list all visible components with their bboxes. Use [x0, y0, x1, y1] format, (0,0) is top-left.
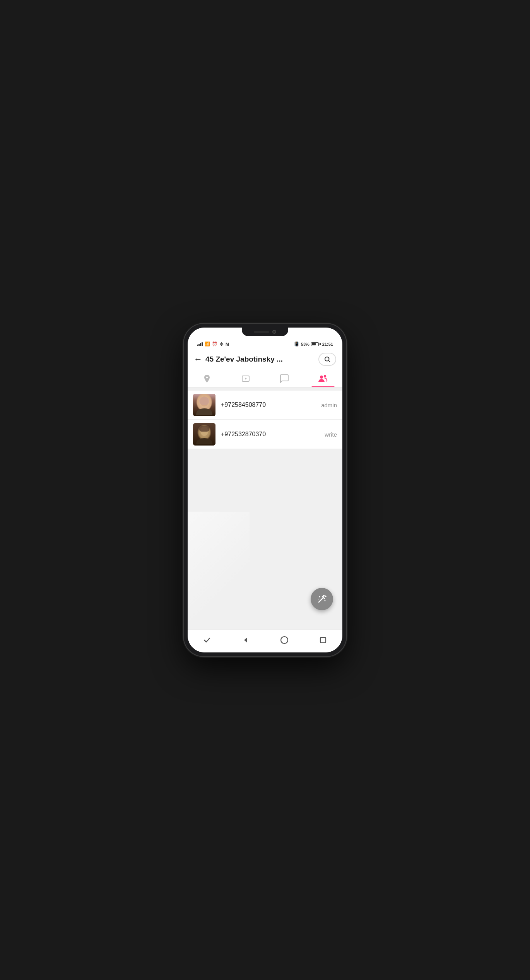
checkmark-icon: [203, 636, 211, 644]
tab-members[interactable]: [304, 370, 342, 387]
app-header: ← 45 Ze'ev Jabotinsky ...: [188, 348, 342, 370]
decorative-highlight: [188, 512, 250, 630]
svg-point-0: [325, 357, 329, 361]
mail-icon: M: [226, 342, 229, 347]
home-icon: [280, 635, 289, 645]
status-right: 📳 53% 21:51: [294, 341, 333, 347]
signal-icon: [197, 342, 203, 346]
back-icon: [242, 636, 250, 644]
phone-screen: 📶 ⏰ ⯑ M 📳 53% 21:51 ← 45 Ze'ev Jabotinsk…: [188, 328, 342, 652]
media-icon: [241, 374, 250, 383]
member-phone: +972532870370: [221, 431, 266, 438]
avatar: [193, 394, 215, 416]
nav-recents-button[interactable]: [317, 634, 329, 646]
table-row[interactable]: +972532870370 write: [188, 420, 342, 449]
members-icon: [318, 374, 328, 383]
svg-line-14: [325, 595, 325, 596]
avatar-graphic: [193, 423, 215, 446]
table-row[interactable]: +972584508770 admin: [188, 391, 342, 419]
avatar-graphic: [193, 394, 215, 416]
battery-icon: [311, 342, 321, 346]
speaker: [254, 331, 269, 333]
usb-icon: ⯑: [219, 342, 224, 347]
svg-line-1: [328, 360, 330, 362]
svg-point-5: [324, 375, 326, 377]
page-title: 45 Ze'ev Jabotinsky ...: [205, 355, 283, 364]
tab-bar: [188, 370, 342, 388]
wifi-icon: 📶: [205, 341, 210, 347]
tab-media[interactable]: [226, 370, 265, 387]
recents-icon: [319, 636, 327, 644]
tab-location[interactable]: [188, 370, 226, 387]
svg-point-7: [199, 397, 209, 405]
member-role: write: [325, 431, 337, 438]
notch-area: [188, 328, 342, 338]
nav-home-button[interactable]: [278, 634, 291, 646]
back-button[interactable]: ←: [194, 354, 202, 364]
status-bar: 📶 ⏰ ⯑ M 📳 53% 21:51: [188, 338, 342, 348]
battery-percent: 53%: [301, 342, 309, 347]
member-phone: +972584508770: [221, 401, 266, 408]
tab-chat[interactable]: [265, 370, 304, 387]
female-avatar: [193, 394, 215, 416]
header-left: ← 45 Ze'ev Jabotinsky ...: [194, 354, 283, 364]
phone-device: 📶 ⏰ ⯑ M 📳 53% 21:51 ← 45 Ze'ev Jabotinsk…: [184, 324, 346, 656]
svg-rect-9: [199, 426, 209, 432]
search-button[interactable]: [318, 353, 336, 366]
location-icon: [202, 374, 212, 383]
alarm-icon: ⏰: [212, 341, 217, 347]
svg-marker-18: [244, 637, 247, 643]
member-role: admin: [321, 402, 337, 408]
bottom-nav: [188, 630, 342, 652]
magic-wand-icon: [316, 594, 327, 604]
search-icon: [324, 356, 331, 363]
svg-marker-3: [245, 377, 247, 380]
status-left: 📶 ⏰ ⯑ M: [197, 341, 229, 347]
vibrate-icon: 📳: [294, 341, 299, 347]
avatar: [193, 423, 215, 446]
svg-rect-20: [320, 637, 326, 643]
svg-point-15: [319, 596, 320, 598]
member-info: +972532870370 write: [221, 431, 337, 438]
fab-button[interactable]: [311, 588, 333, 610]
chat-icon: [280, 374, 289, 383]
members-list: +972584508770 admin: [188, 388, 342, 512]
camera: [272, 330, 276, 334]
notch: [242, 328, 288, 336]
svg-point-17: [318, 599, 319, 599]
time-display: 21:51: [322, 342, 333, 347]
nav-check-button[interactable]: [201, 634, 213, 646]
content-area: [188, 512, 342, 630]
svg-point-19: [281, 637, 288, 644]
member-info: +972584508770 admin: [221, 401, 337, 408]
svg-point-16: [325, 600, 326, 601]
svg-point-4: [320, 376, 323, 379]
nav-back-button[interactable]: [239, 634, 252, 646]
male-avatar: [193, 423, 215, 446]
svg-line-10: [319, 598, 323, 602]
